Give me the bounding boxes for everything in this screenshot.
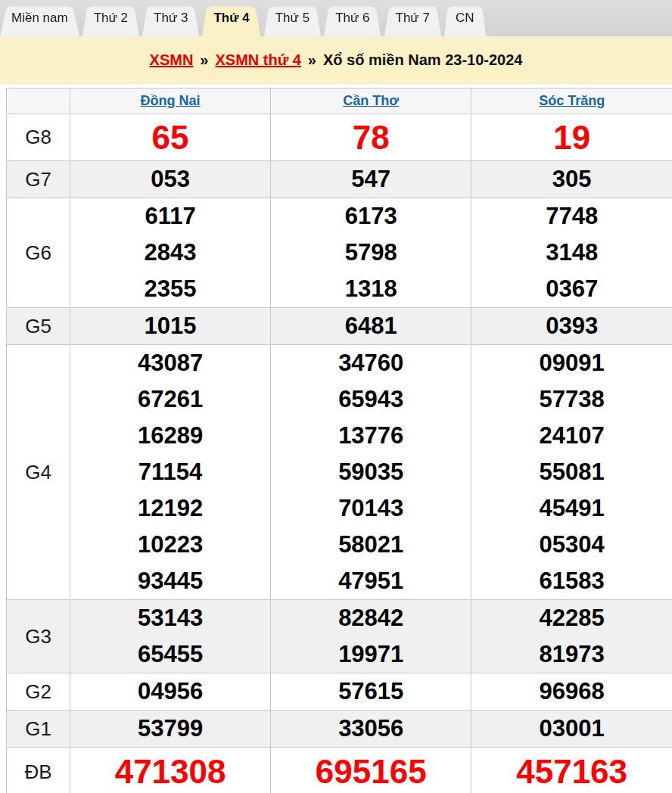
prize-cell-g5-soc-trang: 0393: [471, 308, 672, 345]
tab-label: Thứ 7: [396, 11, 430, 26]
prize-cell-g7-soc-trang: 305: [471, 161, 672, 198]
prize-number: 7748: [471, 198, 672, 235]
prize-number: 61583: [471, 563, 672, 599]
prize-cell-g5-dong-nai: 1015: [70, 308, 271, 345]
prize-cell-g4-can-tho: 34760659431377659035701435802147951: [271, 345, 471, 600]
prize-number: 1318: [271, 271, 471, 307]
prize-number: 96968: [471, 673, 672, 710]
prize-number: 053: [70, 161, 270, 197]
breadcrumb: XSMN » XSMN thứ 4 » Xổ số miền Nam 23-10…: [0, 36, 672, 84]
breadcrumb-separator: »: [200, 51, 208, 69]
prize-row-g7: G7053547305: [7, 161, 672, 198]
prize-number: 2355: [70, 271, 270, 307]
breadcrumb-link-xsmn-thu-4[interactable]: XSMN thứ 4: [215, 51, 300, 69]
prize-number: 53143: [70, 600, 270, 636]
prize-number: 47951: [271, 563, 471, 599]
prize-number: 16289: [70, 418, 270, 454]
province-header: Sóc Trăng: [471, 89, 672, 114]
prize-cell-g8-dong-nai: 65: [70, 114, 271, 161]
prize-number: 2843: [70, 235, 270, 271]
tab-thu-5[interactable]: Thứ 5: [264, 0, 321, 36]
prize-number: 305: [471, 161, 672, 197]
tab-label: Thứ 5: [275, 11, 310, 26]
prize-number: 93445: [70, 563, 270, 599]
province-link-can-tho[interactable]: Cần Thơ: [343, 93, 399, 108]
prize-cell-g6-soc-trang: 774831480367: [471, 198, 672, 308]
tab-thu-2[interactable]: Thứ 2: [82, 0, 139, 36]
prize-number: 6117: [70, 198, 270, 235]
prize-number: 1015: [70, 308, 270, 344]
results-body: G8657819G7053547305G66117284323556173579…: [7, 114, 672, 793]
prize-cell-g8-soc-trang: 19: [471, 114, 672, 161]
tab-thu-3[interactable]: Thứ 3: [142, 0, 199, 36]
prize-cell-g5-can-tho: 6481: [271, 308, 471, 345]
prize-row-g4: G443087672611628971154121921022393445347…: [7, 345, 672, 600]
prize-cell-db-soc-trang: 457163: [471, 748, 672, 793]
breadcrumb-link-xsmn[interactable]: XSMN: [150, 51, 194, 69]
prize-row-g5: G5101564810393: [7, 308, 672, 345]
prize-number: 05304: [471, 527, 672, 563]
prize-cell-g7-dong-nai: 053: [70, 161, 271, 198]
prize-label-g6: G6: [7, 198, 70, 308]
tab-bar: Miền namThứ 2Thứ 3Thứ 4Thứ 5Thứ 6Thứ 7CN: [0, 0, 672, 36]
prize-label-g2: G2: [7, 673, 70, 711]
prize-cell-g3-dong-nai: 5314365455: [70, 600, 271, 673]
prize-number: 53799: [70, 711, 270, 747]
prize-number: 6173: [271, 198, 471, 235]
prize-number: 57738: [471, 381, 672, 418]
prize-number: 19: [471, 114, 672, 160]
prize-cell-g3-can-tho: 8284219971: [271, 600, 471, 673]
prize-number: 65455: [70, 636, 270, 673]
prize-number: 43087: [70, 345, 270, 381]
prize-number: 695165: [271, 748, 471, 793]
prize-cell-g8-can-tho: 78: [271, 114, 471, 161]
prize-label-g8: G8: [7, 114, 70, 161]
tab-label: Thứ 3: [154, 11, 188, 26]
prize-row-db: ĐB471308695165457163: [7, 748, 672, 793]
prize-number: 5798: [271, 235, 471, 271]
prize-number: 81973: [471, 636, 672, 673]
prize-number: 12192: [70, 490, 270, 527]
tab-cn[interactable]: CN: [444, 0, 486, 36]
prize-number: 0393: [471, 308, 672, 344]
prize-row-g8: G8657819: [7, 114, 672, 161]
prize-number: 457163: [471, 748, 672, 793]
prize-row-g2: G2049565761596968: [7, 673, 672, 711]
tab-label: Thứ 6: [335, 11, 369, 26]
prize-number: 33056: [271, 711, 471, 747]
prize-number: 70143: [271, 490, 471, 527]
prize-cell-g4-soc-trang: 09091577382410755081454910530461583: [471, 345, 672, 600]
prize-label-g7: G7: [7, 161, 70, 198]
prize-number: 04956: [70, 673, 270, 710]
province-link-dong-nai[interactable]: Đồng Nai: [141, 93, 201, 108]
tab-thu-4[interactable]: Thứ 4: [202, 0, 260, 36]
prize-number: 45491: [471, 490, 672, 527]
prize-cell-g2-can-tho: 57615: [271, 673, 471, 711]
prize-number: 34760: [271, 345, 471, 381]
prize-number: 03001: [471, 711, 672, 747]
prize-number: 19971: [271, 636, 471, 673]
prize-number: 55081: [471, 454, 672, 490]
prize-cell-g1-can-tho: 33056: [271, 711, 471, 748]
prize-number: 78: [271, 114, 471, 160]
prize-number: 59035: [271, 454, 471, 490]
tab-thu-7[interactable]: Thứ 7: [384, 0, 441, 36]
tab-mien-nam[interactable]: Miền nam: [0, 0, 79, 36]
tab-thu-6[interactable]: Thứ 6: [324, 0, 381, 36]
prize-number: 82842: [271, 600, 471, 636]
prize-row-g6: G6611728432355617357981318774831480367: [7, 198, 672, 308]
tab-label: Thứ 2: [94, 11, 128, 26]
province-link-soc-trang[interactable]: Sóc Trăng: [539, 93, 605, 108]
prize-cell-db-dong-nai: 471308: [70, 748, 271, 793]
prize-number: 65943: [271, 381, 471, 418]
prize-label-g4: G4: [7, 345, 70, 600]
tab-label: Miền nam: [11, 11, 68, 26]
prize-cell-g1-soc-trang: 03001: [471, 711, 672, 748]
province-header: Đồng Nai: [70, 89, 271, 114]
tab-label: Thứ 4: [213, 11, 249, 26]
breadcrumb-separator: »: [308, 51, 316, 69]
prize-number: 71154: [70, 454, 270, 490]
breadcrumb-current: Xổ số miền Nam 23-10-2024: [323, 51, 522, 69]
prize-number: 13776: [271, 418, 471, 454]
table-header-row: Đồng NaiCần ThơSóc Trăng: [7, 89, 672, 114]
